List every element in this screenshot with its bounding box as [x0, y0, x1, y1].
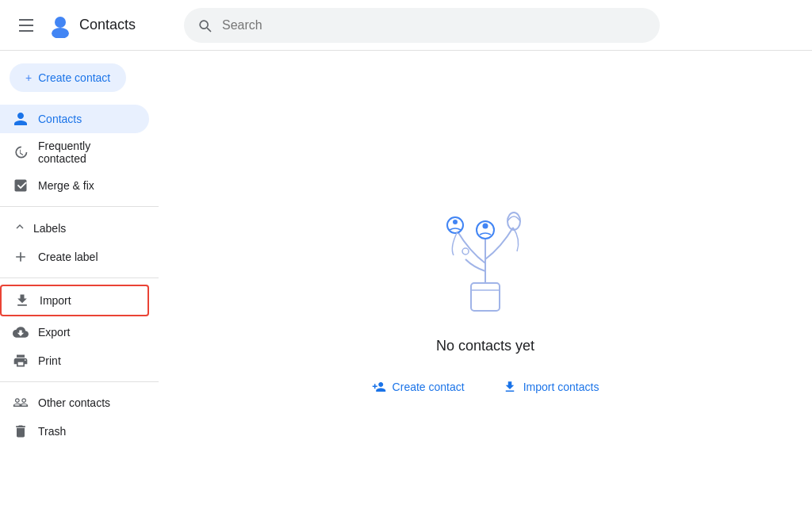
empty-import-label: Import contacts	[523, 381, 599, 393]
add-person-icon	[372, 380, 386, 394]
empty-actions: Create contact Import contacts	[362, 373, 609, 400]
svg-point-9	[462, 248, 469, 254]
search-icon	[197, 17, 213, 33]
search-input[interactable]	[222, 18, 647, 33]
print-label: Print	[38, 354, 61, 367]
svg-point-8	[508, 212, 520, 230]
svg-point-5	[453, 220, 458, 224]
import-icon	[14, 293, 30, 308]
labels-section-header[interactable]: Labels	[0, 213, 159, 243]
add-label-icon	[13, 249, 29, 265]
contacts-label: Contacts	[38, 113, 82, 125]
divider-1	[0, 206, 159, 207]
main-content: No contacts yet Create contact Import co…	[159, 51, 812, 509]
history-icon	[13, 144, 29, 160]
empty-create-contact-button[interactable]: Create contact	[362, 373, 474, 400]
sidebar-item-create-label[interactable]: Create label	[0, 243, 149, 271]
sidebar: + Create contact Contacts Frequently con…	[0, 51, 159, 509]
sidebar-item-frequently-contacted[interactable]: Frequently contacted	[0, 133, 149, 171]
trash-label: Trash	[38, 425, 66, 438]
trash-icon	[13, 423, 29, 439]
svg-point-7	[482, 223, 488, 228]
create-contact-label: Create contact	[38, 71, 110, 84]
create-label-text: Create label	[38, 251, 98, 263]
merge-icon	[13, 178, 29, 193]
labels-header-text: Labels	[33, 222, 66, 235]
import-contacts-icon	[503, 380, 517, 394]
search-bar[interactable]	[184, 8, 660, 43]
sidebar-item-contacts[interactable]: Contacts	[0, 105, 149, 133]
chevron-up-icon	[13, 220, 27, 236]
merge-fix-label: Merge & fix	[38, 179, 94, 192]
contacts-app-icon	[48, 13, 73, 38]
export-icon	[13, 324, 29, 340]
plus-icon: +	[25, 71, 32, 84]
export-label: Export	[38, 326, 70, 339]
empty-state: No contacts yet Create contact Import co…	[362, 160, 609, 400]
sidebar-item-other-contacts[interactable]: Other contacts	[0, 388, 149, 417]
no-contacts-title: No contacts yet	[436, 338, 534, 354]
empty-import-button[interactable]: Import contacts	[493, 373, 609, 400]
topbar-left: Contacts	[13, 13, 171, 38]
divider-3	[0, 381, 159, 382]
sidebar-item-merge-fix[interactable]: Merge & fix	[0, 171, 149, 200]
svg-rect-2	[471, 283, 500, 311]
other-contacts-icon	[13, 395, 29, 411]
contacts-icon	[13, 111, 29, 127]
print-icon	[13, 353, 29, 369]
app-logo: Contacts	[48, 13, 136, 38]
empty-create-label: Create contact	[393, 381, 465, 393]
sidebar-item-export[interactable]: Export	[0, 318, 149, 346]
sidebar-item-trash[interactable]: Trash	[0, 417, 149, 446]
frequently-contacted-label: Frequently contacted	[38, 140, 136, 165]
layout: + Create contact Contacts Frequently con…	[0, 51, 812, 509]
sidebar-item-print[interactable]: Print	[0, 346, 149, 375]
topbar: Contacts	[0, 0, 812, 51]
divider-2	[0, 277, 159, 278]
menu-icon[interactable]	[13, 13, 40, 38]
svg-point-0	[55, 17, 66, 28]
sidebar-item-import[interactable]: Import	[0, 285, 149, 316]
empty-state-illustration	[406, 160, 565, 319]
svg-point-1	[52, 28, 69, 38]
other-contacts-label: Other contacts	[38, 396, 110, 409]
app-title: Contacts	[79, 17, 136, 33]
import-label: Import	[40, 294, 71, 307]
create-contact-button[interactable]: + Create contact	[10, 63, 126, 92]
